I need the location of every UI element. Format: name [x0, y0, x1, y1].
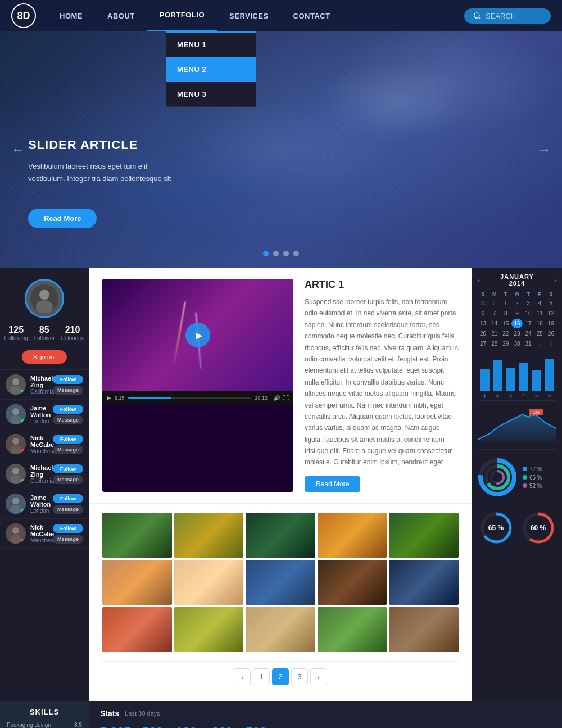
cal-day[interactable]: 13	[478, 319, 488, 328]
follow-button-1[interactable]: Follow	[53, 405, 83, 414]
follow-button-0[interactable]: Follow	[53, 375, 83, 384]
page-next-button[interactable]: ›	[310, 668, 327, 685]
stats-title: Stats	[100, 709, 119, 718]
cal-day[interactable]: 18	[534, 319, 545, 328]
cal-day[interactable]: 3	[523, 299, 534, 308]
search-input[interactable]	[486, 12, 542, 20]
follow-button-2[interactable]: Follow	[53, 435, 83, 444]
message-button-2[interactable]: Message	[53, 445, 83, 454]
cal-day[interactable]: 2	[511, 299, 522, 308]
photo-cell[interactable]	[174, 560, 244, 605]
cal-today[interactable]: 16	[511, 319, 522, 328]
nav-services[interactable]: SERVICES	[217, 0, 281, 31]
cal-day[interactable]: 15	[500, 319, 511, 328]
cal-day[interactable]: 7	[489, 309, 500, 318]
progress-bar[interactable]	[128, 397, 252, 399]
follow-button-3[interactable]: Follow	[53, 464, 83, 473]
signout-button[interactable]: Sign out	[22, 350, 67, 364]
cal-day[interactable]: 5	[546, 299, 556, 308]
cal-next-button[interactable]: ›	[554, 275, 556, 284]
nav-about[interactable]: ABOUT	[95, 0, 147, 31]
cal-day[interactable]: 12	[546, 309, 556, 318]
nav-contact[interactable]: CONTACT	[281, 0, 343, 31]
hero-read-more-button[interactable]: Read More	[28, 209, 97, 228]
page-3-button[interactable]: 3	[291, 668, 308, 685]
cal-day[interactable]: 29	[500, 339, 511, 349]
page-2-button[interactable]: 2	[272, 668, 289, 685]
cal-day[interactable]: 30	[511, 339, 522, 349]
cal-day[interactable]: 24	[523, 329, 534, 338]
cal-day[interactable]: 9	[511, 309, 522, 318]
hero-dot-3[interactable]	[283, 251, 289, 256]
skills-section: SKILLS Packaging design 8.5 Interface de…	[0, 701, 89, 728]
hero-dot-4[interactable]	[293, 251, 299, 256]
nav-home[interactable]: HOME	[47, 0, 95, 31]
user-status-4	[21, 509, 25, 513]
cal-day[interactable]: 19	[546, 319, 556, 328]
message-button-4[interactable]: Message	[53, 505, 83, 514]
cal-day[interactable]: 31	[489, 299, 500, 308]
nav-portfolio[interactable]: PORTFOLIO	[147, 0, 217, 31]
play-button[interactable]	[185, 323, 210, 347]
hero-next-button[interactable]: →	[537, 142, 551, 157]
hero-dot-2[interactable]	[273, 251, 279, 256]
volume-icon[interactable]: 🔊	[273, 395, 280, 401]
dropdown-menu3[interactable]: MENU 3	[166, 82, 256, 107]
photo-cell[interactable]	[389, 560, 459, 605]
bar-5	[532, 370, 541, 391]
photo-cell[interactable]	[389, 607, 459, 652]
cal-day[interactable]: 1	[534, 339, 545, 349]
photo-cell[interactable]	[246, 607, 315, 652]
message-button-3[interactable]: Message	[53, 475, 83, 484]
play-pause-icon[interactable]: ▶	[107, 395, 111, 401]
cal-day[interactable]: 28	[489, 339, 500, 349]
cal-day[interactable]: 4	[534, 299, 545, 308]
donut-chart: 77 % 65 % 52 %	[478, 458, 556, 503]
message-button-1[interactable]: Message	[53, 415, 83, 424]
cal-day[interactable]: 22	[500, 329, 511, 338]
cal-day[interactable]: 21	[489, 329, 500, 338]
skills-title: SKILLS	[7, 708, 82, 716]
photo-cell[interactable]	[318, 607, 387, 652]
hero-prev-button[interactable]: ←	[11, 142, 25, 157]
message-button-5[interactable]: Message	[53, 535, 83, 544]
article-read-more-button[interactable]: Read More	[305, 476, 360, 492]
cal-day[interactable]: 8	[500, 309, 511, 318]
stat-comment: 180 Comment	[174, 725, 198, 728]
cal-day[interactable]: 11	[534, 309, 545, 318]
message-button-0[interactable]: Message	[53, 386, 83, 395]
cal-day[interactable]: 2	[546, 339, 556, 349]
page-1-button[interactable]: 1	[253, 668, 270, 685]
hero-dot-1[interactable]	[263, 251, 269, 256]
cal-day[interactable]: 10	[523, 309, 534, 318]
cal-day[interactable]: 17	[523, 319, 534, 328]
cal-day[interactable]: 20	[478, 329, 488, 338]
photo-cell[interactable]	[318, 513, 387, 558]
cal-day[interactable]: 26	[546, 329, 556, 338]
cal-day[interactable]: 23	[511, 329, 522, 338]
photo-cell[interactable]	[389, 513, 459, 558]
cal-day[interactable]: 25	[534, 329, 545, 338]
photo-cell[interactable]	[102, 560, 172, 605]
cal-day[interactable]: 1	[500, 299, 511, 308]
cal-day[interactable]: 27	[478, 339, 488, 349]
photo-cell[interactable]	[174, 513, 244, 558]
dropdown-menu2[interactable]: MENU 2	[166, 57, 256, 82]
photo-cell[interactable]	[318, 560, 387, 605]
photo-cell[interactable]	[102, 607, 172, 652]
cal-day[interactable]: 31	[523, 339, 534, 349]
dropdown-menu1[interactable]: MENU 1	[166, 33, 256, 57]
fullscreen-icon[interactable]: ⛶	[283, 395, 289, 401]
nav-logo[interactable]: 8D	[11, 3, 36, 28]
photo-cell[interactable]	[174, 607, 244, 652]
photo-cell[interactable]	[102, 513, 172, 558]
user-status-5	[21, 539, 25, 543]
follow-button-4[interactable]: Follow	[53, 494, 83, 503]
photo-cell[interactable]	[246, 513, 315, 558]
page-prev-button[interactable]: ‹	[234, 668, 251, 685]
photo-cell[interactable]	[246, 560, 315, 605]
follow-button-5[interactable]: Follow	[53, 524, 83, 533]
cal-day[interactable]: 6	[478, 309, 488, 318]
cal-day[interactable]: 30	[478, 299, 488, 308]
cal-day[interactable]: 14	[489, 319, 500, 328]
